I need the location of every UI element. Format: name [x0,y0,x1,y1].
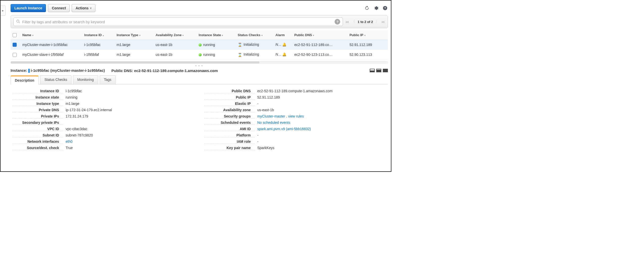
value-platform: - [257,133,386,137]
detail-tabs: Description Status Checks Monitoring Tag… [11,75,388,84]
tab-monitoring[interactable]: Monitoring [73,75,98,84]
col-instance-type[interactable]: Instance Type▾ [115,30,154,40]
value-security-groups[interactable]: myCluster-master [257,114,285,118]
page-prev-icon[interactable]: 〈 [352,19,355,24]
label-scheduled-events: Scheduled events [204,121,255,125]
col-status-checks[interactable]: Status Checks▾ [236,30,273,40]
cell-status: ⌛Initializing [236,50,273,59]
value-secondary-ips [66,121,194,125]
cell-name: myCluster-slave-i-1f95bfaf [20,50,82,59]
cell-state: running [197,50,236,59]
label-secondary-ips: Secondary private IPs [13,121,63,125]
page-last-icon[interactable]: ⏭ [382,20,385,24]
value-subnet-id: subnet-787c9820 [66,133,194,137]
col-instance-state[interactable]: Instance State▾ [197,30,236,40]
value-source-dest: True [66,146,194,150]
layout-bottom-small-icon[interactable] [370,69,375,72]
table-row[interactable]: myCluster-master-i-1c95bfac i-1c95bfac m… [11,40,388,50]
page-first-icon[interactable]: ⏮ [345,20,349,24]
cell-public-ip: 52.90.123.113 [347,50,388,59]
label-private-ips: Private IPs [13,114,63,119]
link-view-rules[interactable]: view rules [288,114,304,118]
hourglass-icon: ⌛ [238,43,242,47]
label-instance-type: Instance type [13,102,63,106]
help-icon[interactable]: ? [382,5,388,11]
select-all-checkbox[interactable] [13,33,17,37]
col-availability-zone[interactable]: Availability Zone▾ [154,30,197,40]
refresh-icon[interactable] [364,5,370,11]
col-alarm-status[interactable]: Alarm [273,30,292,40]
value-availability-zone: us-east-1b [257,108,386,112]
layout-full-icon[interactable] [383,69,388,72]
label-network-interfaces: Network interfaces [13,139,63,144]
value-iam-role: - [257,139,386,144]
connect-button[interactable]: Connect [48,4,70,12]
table-row[interactable]: myCluster-slave-i-1f95bfaf i-1f95bfaf m1… [11,50,388,59]
cell-az: us-east-1b [154,40,197,50]
value-ami-id[interactable]: spark.ami.pvm.v9 (ami-5bb18832) [257,127,311,131]
cell-instance-type: m1.large [115,40,154,50]
value-scheduled-events[interactable]: No scheduled events [257,121,290,125]
value-key-pair: SparkKeys [257,146,386,150]
search-help-icon[interactable]: ? [335,19,340,25]
col-public-ip[interactable]: Public IP▾ [347,30,388,40]
label-key-pair: Key pair name [204,146,255,150]
detail-layout-toggle [370,69,388,72]
label-public-ip: Public IP [204,95,255,100]
label-elastic-ip: Elastic IP [204,102,255,106]
value-network-interfaces[interactable]: eth0 [66,139,72,144]
label-vpc-id: VPC ID [13,127,63,131]
label-security-groups: Security groups [204,114,255,119]
cell-alarm: N…🔔 [273,50,292,59]
gear-icon[interactable] [373,5,379,11]
value-private-ips: 172.31.24.179 [66,114,194,119]
cell-public-ip: 52.91.112.189 [347,40,388,50]
label-instance-id: Instance ID [13,89,63,93]
cell-alarm: N…🔔 [273,40,292,50]
label-instance-state: Instance state [13,95,63,100]
cell-name: myCluster-master-i-1c95bfac [20,40,82,50]
cell-instance-id: i-1f95bfaf [82,50,115,59]
search-input[interactable] [22,20,333,24]
search-input-wrap: ? [13,17,343,26]
split-drag-handle[interactable]: ● ● ● [11,64,388,67]
actions-dropdown[interactable]: Actions [72,4,95,12]
alarm-bell-icon[interactable]: 🔔 [282,52,287,57]
cell-instance-type: m1.large [115,50,154,59]
col-public-dns[interactable]: Public DNS▾ [292,30,347,40]
running-icon [199,53,202,56]
label-source-dest: Source/dest. check [13,146,63,150]
description-panel: Instance IDi-1c95bfac Instance staterunn… [11,84,388,151]
hourglass-icon: ⌛ [238,53,242,57]
page-range-text: 1 to 2 of 2 [358,20,373,24]
label-availability-zone: Availability zone [204,108,255,112]
cell-az: us-east-1b [154,50,197,59]
public-dns-summary: Public DNS: ec2-52-91-112-189.compute-1.… [111,68,218,73]
layout-bottom-half-icon[interactable] [376,69,381,72]
label-iam-role: IAM role [204,139,255,144]
sidebar-expand-handle[interactable] [1,6,6,16]
running-icon [199,43,202,46]
instances-table: Name▾ Instance ID▴ Instance Type▾ Availa… [11,30,388,60]
cell-public-dns: ec2-52-91-112-189.co… [292,40,347,50]
tab-tags[interactable]: Tags [100,75,116,84]
horizontal-scrollbar[interactable] [11,61,388,64]
label-subnet-id: Subnet ID [13,133,63,137]
label-public-dns: Public DNS [204,89,255,93]
value-instance-id: i-1c95bfac [66,89,194,93]
alarm-bell-icon[interactable]: 🔔 [282,42,287,47]
row-checkbox[interactable] [13,53,17,57]
value-public-dns: ec2-52-91-112-189.compute-1.amazonaws.co… [257,89,386,93]
row-checkbox[interactable] [13,43,17,47]
instance-summary: Instance: i-1c95bfac (myCluster-master-i… [11,68,105,73]
tab-status-checks[interactable]: Status Checks [40,75,71,84]
tab-description[interactable]: Description [11,76,39,84]
value-private-dns: ip-172-31-24-179.ec2.internal [66,108,194,112]
label-private-dns: Private DNS [13,108,63,112]
col-name[interactable]: Name▾ [20,30,82,40]
launch-instance-button[interactable]: Launch Instance [11,4,46,12]
col-instance-id[interactable]: Instance ID▴ [82,30,115,40]
value-elastic-ip: - [257,102,386,106]
page-next-icon[interactable]: 〉 [375,19,379,24]
value-instance-state: running [66,95,194,100]
